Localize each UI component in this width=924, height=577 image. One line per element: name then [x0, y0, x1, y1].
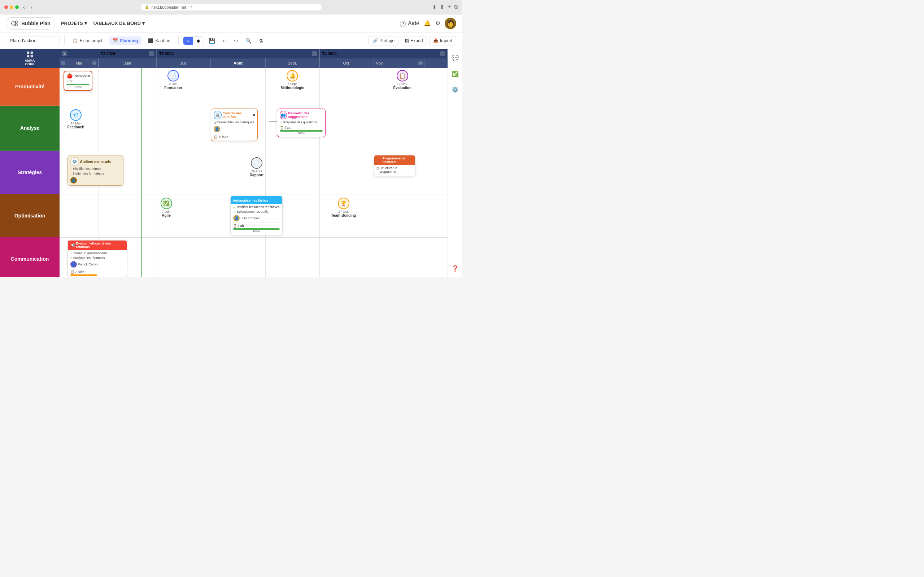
timeline-area: AMMA CORP + T2 2024 − T3 2024	[0, 49, 447, 68]
undo-btn[interactable]: ↩	[220, 36, 229, 45]
agile-icon: ✅	[163, 200, 169, 206]
mai-minus-btn[interactable]: −	[92, 61, 96, 65]
row-label-analyse: Analyse	[0, 106, 60, 151]
team-building-bubble[interactable]: 🏆 27 Oct. Team-Building	[331, 198, 356, 218]
maximize-window-btn[interactable]	[15, 5, 19, 9]
evaluer-title: Évaluer l'efficacité des réunions	[76, 242, 124, 249]
new-tab-icon[interactable]: +	[447, 3, 451, 11]
company-name-top: AMMA	[25, 59, 35, 62]
timeline-header-cols: + T2 2024 − T3 2024 − T4 2024 −	[60, 49, 447, 68]
collecte-icon-badge: 🖥	[214, 111, 221, 119]
automatiser-avatar-area: 👤 Julia Roques	[233, 215, 280, 221]
agile-bubble[interactable]: ✅ 7 Juil. Agile	[161, 198, 172, 218]
save-btn[interactable]: 💾	[207, 36, 217, 45]
view-diamond-btn[interactable]: ◆	[193, 37, 204, 45]
mai-plus-btn[interactable]: +	[61, 61, 65, 65]
q3-minus-btn[interactable]: −	[312, 51, 317, 56]
main-content: AMMA CORP + T2 2024 − T3 2024	[0, 49, 462, 277]
ateliers-item-2: □ Inviter des formateurs	[70, 172, 121, 176]
svg-point-0	[11, 22, 15, 25]
row-labels-col: Productivité Analyse Stratégies Optimisa…	[0, 68, 60, 277]
evaluation-bubble[interactable]: 📋 17 Nov. Évaluation	[393, 70, 412, 90]
q4-minus-btn[interactable]: −	[440, 51, 445, 56]
tabs-icon[interactable]: ⧉	[454, 4, 458, 10]
tab-kanban[interactable]: ⬛ Kanban	[144, 36, 174, 45]
tasks-btn[interactable]: ✅	[449, 68, 461, 79]
feedback-icon-circle: 💎	[70, 109, 82, 121]
row-sep-1	[60, 106, 447, 106]
programme-bubble[interactable]: 📌 Programme de mentorat □ Structurer le …	[374, 155, 415, 176]
download-icon[interactable]: ⬇	[432, 3, 437, 10]
import-btn[interactable]: 📥 Import	[429, 36, 456, 45]
close-window-btn[interactable]	[4, 5, 8, 9]
planning-area: AMMA CORP + T2 2024 − T3 2024	[0, 49, 447, 277]
filter-btn[interactable]: ⚗	[257, 36, 266, 45]
rapport-label: Rapport	[250, 173, 263, 177]
pomodoro-progress-pct: 100%	[66, 85, 89, 89]
svg-point-2	[15, 24, 17, 26]
export-icon: 🖼	[405, 38, 409, 43]
formation-bubble[interactable]: 📄 2 Juil. Formation	[164, 70, 182, 90]
project-name-input[interactable]	[6, 36, 60, 45]
settings-btn[interactable]: ⚙	[435, 20, 440, 27]
collecte-donnees-bubble[interactable]: 🖥 Collecte des données □ Rassembler les …	[211, 108, 258, 141]
aide-btn[interactable]: ? Aide	[400, 20, 419, 27]
pomodoro-icon: 🍅	[66, 73, 73, 79]
feedback-bubble[interactable]: 💎 16 Mai Feedback	[68, 109, 84, 129]
address-bar[interactable]: 🔒 next.bubbleplan.net ⟳	[141, 4, 321, 10]
help-btn[interactable]: ❓	[449, 263, 461, 274]
ateliers-bubble[interactable]: ⚙️ Ateliers mensuels □ Planifier les thè…	[68, 155, 123, 186]
user-avatar[interactable]: 👩	[445, 18, 456, 29]
nav-menu: PROJETS ▾ TABLEAUX DE BORD ▾	[61, 21, 145, 26]
search-btn[interactable]: 🔍	[243, 36, 254, 45]
projects-menu[interactable]: PROJETS ▾	[61, 21, 87, 26]
tab-fiche-projet[interactable]: 📋 Fiche projet	[69, 36, 106, 45]
evaluer-bubble[interactable]: 📢 Évaluer l'efficacité des réunions ✓ Cr…	[68, 240, 127, 277]
header-right: ? Aide 🔔 ⚙ 👩	[400, 18, 456, 29]
methodologie-icon: 🔔	[289, 73, 296, 79]
tableaux-menu[interactable]: TABLEAUX DE BORD ▾	[93, 21, 145, 26]
evaluation-icon: 📋	[399, 73, 405, 79]
share-icon: 🔗	[373, 38, 378, 43]
recueillir-bubble[interactable]: 👥 Recueillir des suggestions ✓ Préparer …	[277, 108, 326, 137]
methodologie-bubble[interactable]: 🔔 7 Sept. Méthodologie	[281, 70, 304, 90]
collecte-status-text: À faire	[219, 135, 228, 139]
svg-rect-6	[30, 55, 33, 58]
pomodoro-bubble[interactable]: 🍅 Pomodoro ✓ V... 100%	[63, 71, 92, 91]
month-oct: Oct.	[320, 58, 374, 68]
forward-btn[interactable]: ›	[29, 3, 34, 11]
q2-plus-btn[interactable]: +	[62, 51, 67, 56]
evaluation-icon-circle: 📋	[397, 70, 408, 82]
minimize-window-btn[interactable]	[10, 5, 13, 9]
recueillir-title: Recueillir des suggestions	[288, 111, 323, 119]
tab-planning[interactable]: 📅 Planning	[109, 36, 142, 45]
automatiser-bubble[interactable]: Automatiser les tâches ✓ dentifier les t…	[230, 196, 283, 235]
app-logo-text: Bubble Plan	[21, 21, 50, 26]
sidebar-settings-btn[interactable]: ⚙️	[449, 84, 461, 95]
share-browser-icon[interactable]: ⬆	[439, 3, 444, 10]
share-btn[interactable]: 🔗 Partage	[368, 36, 399, 45]
evaluer-item-2: □ Analyser les réponses	[70, 256, 124, 260]
rapport-bubble[interactable]: 📄 29 Août Rapport	[250, 157, 263, 177]
nov-minus-btn[interactable]: −	[418, 61, 422, 65]
evaluer-status-text: À faire	[76, 270, 85, 274]
view-timeline-btn[interactable]: ≡	[183, 37, 193, 45]
redo-btn[interactable]: ↪	[232, 36, 241, 45]
toolbar-divider-2	[178, 36, 179, 45]
comments-btn[interactable]: 💬	[449, 52, 461, 63]
projects-dropdown-icon: ▾	[84, 21, 87, 26]
export-btn[interactable]: 🖼 Export	[401, 36, 427, 45]
evaluer-user-avatar: 👤	[70, 261, 77, 268]
automatiser-status-text: Fait	[238, 224, 244, 227]
import-icon: 📥	[433, 38, 439, 43]
notifications-btn[interactable]: 🔔	[424, 20, 431, 27]
svg-point-1	[15, 21, 17, 23]
evaluer-avatar-area: 👤 Patrick Ceroni	[70, 261, 124, 268]
recueillir-icon-badge: 👥	[280, 111, 287, 119]
row-sep-2	[60, 151, 447, 151]
row-label-strategies: Stratégies	[0, 151, 60, 194]
q2-minus-btn[interactable]: −	[149, 51, 154, 56]
label-spacer-header: AMMA CORP	[0, 49, 60, 68]
logo-area[interactable]: Bubble Plan	[6, 17, 55, 29]
back-btn[interactable]: ‹	[22, 3, 26, 11]
